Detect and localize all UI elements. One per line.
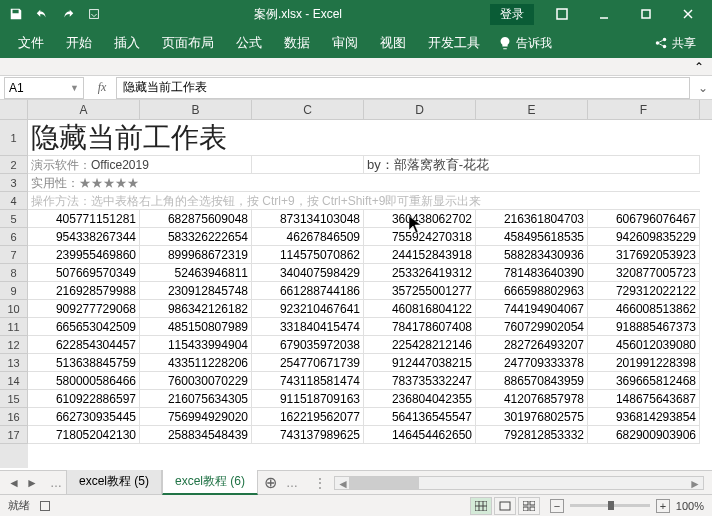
cell[interactable]: 340407598429 <box>252 264 364 282</box>
cell[interactable]: 405771151281 <box>28 210 140 228</box>
new-sheet-button[interactable]: ⊕ <box>258 473 282 492</box>
sheet-tab[interactable]: excel教程 (6) <box>162 470 258 495</box>
maximize-button[interactable] <box>626 2 666 26</box>
cell[interactable] <box>252 156 364 174</box>
tab-file[interactable]: 文件 <box>8 28 54 58</box>
cell[interactable]: 729312022122 <box>588 282 700 300</box>
cell[interactable]: 784178607408 <box>364 318 476 336</box>
sheet-prev-button[interactable]: ◄ <box>6 475 22 491</box>
row-header[interactable]: 16 <box>0 408 28 426</box>
cell[interactable]: 466008513862 <box>588 300 700 318</box>
collapse-ribbon-button[interactable]: ⌃ <box>694 60 704 74</box>
sheet-next-button[interactable]: ► <box>24 475 40 491</box>
cell[interactable]: 115433994904 <box>140 336 252 354</box>
cell[interactable]: 433511228206 <box>140 354 252 372</box>
row-header[interactable]: 8 <box>0 264 28 282</box>
cell[interactable]: 755924270318 <box>364 228 476 246</box>
cell[interactable]: 918885467373 <box>588 318 700 336</box>
column-header[interactable]: B <box>140 100 252 119</box>
tab-view[interactable]: 视图 <box>370 28 416 58</box>
cell[interactable]: 360438062702 <box>364 210 476 228</box>
row-header[interactable]: 1 <box>0 120 28 156</box>
cell[interactable]: 911518709163 <box>252 390 364 408</box>
cell[interactable]: 942609835229 <box>588 228 700 246</box>
cell[interactable]: 412076857978 <box>476 390 588 408</box>
cell[interactable]: 682875609048 <box>140 210 252 228</box>
cell[interactable]: 236804042355 <box>364 390 476 408</box>
row-header[interactable]: 3 <box>0 174 28 192</box>
cell[interactable]: 458495618535 <box>476 228 588 246</box>
cell[interactable]: 936814293854 <box>588 408 700 426</box>
cell[interactable]: 239955469860 <box>28 246 140 264</box>
cell[interactable]: 718052042130 <box>28 426 140 444</box>
row-header[interactable]: 5 <box>0 210 28 228</box>
cell[interactable]: 485150807989 <box>140 318 252 336</box>
sheet-tab[interactable]: excel教程 (5) <box>66 470 162 495</box>
minimize-button[interactable] <box>584 2 624 26</box>
share-button[interactable]: 共享 <box>646 31 704 56</box>
cell[interactable]: 244152843918 <box>364 246 476 264</box>
cell[interactable]: 230912845748 <box>140 282 252 300</box>
row-header[interactable]: 6 <box>0 228 28 246</box>
cell[interactable]: 实用性：★★★★★ <box>28 174 700 192</box>
cell[interactable]: 331840415474 <box>252 318 364 336</box>
column-header[interactable]: A <box>28 100 140 119</box>
cell[interactable]: 162219562077 <box>252 408 364 426</box>
cell[interactable]: 216361804703 <box>476 210 588 228</box>
cell[interactable]: 665653042509 <box>28 318 140 336</box>
cell[interactable]: 679035972038 <box>252 336 364 354</box>
tell-me[interactable]: 告诉我 <box>498 35 552 52</box>
cell[interactable]: 258834548439 <box>140 426 252 444</box>
name-box[interactable]: A1 ▼ <box>4 77 84 99</box>
row-header[interactable]: 14 <box>0 372 28 390</box>
view-normal-button[interactable] <box>470 497 492 515</box>
cell[interactable]: 225428212146 <box>364 336 476 354</box>
cell[interactable]: 912447038215 <box>364 354 476 372</box>
row-header[interactable]: 12 <box>0 336 28 354</box>
cell[interactable]: 743118581474 <box>252 372 364 390</box>
cell[interactable]: by：部落窝教育-花花 <box>364 156 700 174</box>
tab-review[interactable]: 审阅 <box>322 28 368 58</box>
cell[interactable]: 583326222654 <box>140 228 252 246</box>
cell[interactable]: 282726493207 <box>476 336 588 354</box>
cell[interactable]: 954338267344 <box>28 228 140 246</box>
sheet-overflow-left[interactable]: … <box>50 476 62 490</box>
cell[interactable]: 662730935445 <box>28 408 140 426</box>
formula-input[interactable]: 隐藏当前工作表 <box>116 77 690 99</box>
cell[interactable]: 580000586466 <box>28 372 140 390</box>
cell[interactable]: 216075634305 <box>140 390 252 408</box>
column-header[interactable]: D <box>364 100 476 119</box>
cell[interactable]: 899968672319 <box>140 246 252 264</box>
cell[interactable]: 456012039080 <box>588 336 700 354</box>
cell[interactable]: 666598802963 <box>476 282 588 300</box>
cell[interactable]: 760030070229 <box>140 372 252 390</box>
cell[interactable]: 873134103048 <box>252 210 364 228</box>
expand-formula-bar[interactable]: ⌄ <box>694 81 712 95</box>
column-header[interactable]: E <box>476 100 588 119</box>
tab-developer[interactable]: 开发工具 <box>418 28 490 58</box>
cell[interactable]: 743137989625 <box>252 426 364 444</box>
zoom-slider[interactable] <box>570 504 650 507</box>
cell[interactable]: 792812853332 <box>476 426 588 444</box>
row-header[interactable]: 13 <box>0 354 28 372</box>
tab-insert[interactable]: 插入 <box>104 28 150 58</box>
zoom-level[interactable]: 100% <box>676 500 704 512</box>
cell[interactable]: 369665812468 <box>588 372 700 390</box>
cell[interactable]: 52463946811 <box>140 264 252 282</box>
cell[interactable]: 247709333378 <box>476 354 588 372</box>
cell[interactable]: 隐藏当前工作表 <box>28 120 700 156</box>
column-header[interactable]: F <box>588 100 700 119</box>
row-header[interactable]: 9 <box>0 282 28 300</box>
row-header[interactable]: 2 <box>0 156 28 174</box>
cell[interactable]: 909277729068 <box>28 300 140 318</box>
cell[interactable]: 610922886597 <box>28 390 140 408</box>
login-button[interactable]: 登录 <box>490 4 534 25</box>
cell[interactable]: 923210467641 <box>252 300 364 318</box>
cell[interactable]: 演示软件：Office2019 <box>28 156 252 174</box>
row-header[interactable]: 4 <box>0 192 28 210</box>
tab-layout[interactable]: 页面布局 <box>152 28 224 58</box>
zoom-in-button[interactable]: + <box>656 499 670 513</box>
cell[interactable]: 986342126182 <box>140 300 252 318</box>
cell[interactable]: 148675643687 <box>588 390 700 408</box>
cell[interactable]: 756994929020 <box>140 408 252 426</box>
